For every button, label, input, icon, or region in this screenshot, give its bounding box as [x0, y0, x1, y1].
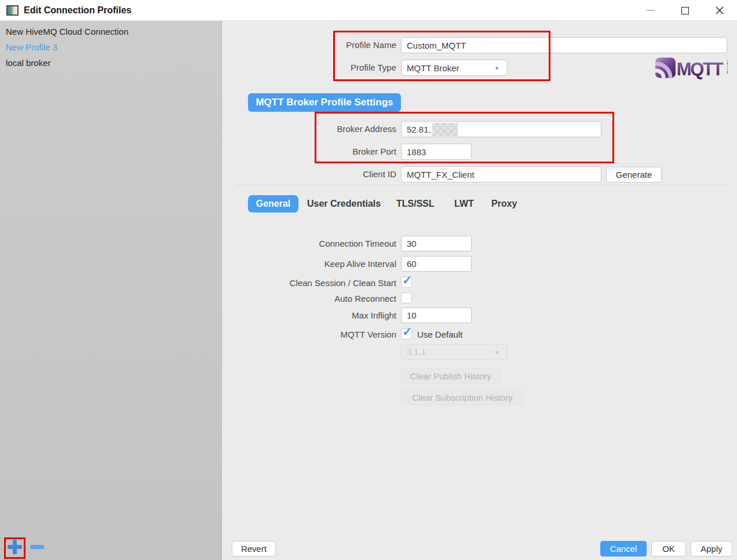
- logo-text: MQTT: [677, 59, 724, 79]
- profile-list-sidebar: New HiveMQ Cloud Connection New Profile …: [0, 21, 222, 560]
- minimize-button[interactable]: [633, 0, 667, 21]
- broker-port-input[interactable]: [401, 144, 472, 160]
- close-icon: [716, 6, 724, 14]
- profile-list-item-hivemq[interactable]: New HiveMQ Cloud Connection: [0, 24, 221, 39]
- app-icon: [6, 5, 19, 16]
- broker-address-value: 52.81.: [407, 125, 431, 134]
- remove-profile-button[interactable]: [30, 545, 44, 549]
- window-title: Edit Connection Profiles: [24, 0, 132, 20]
- tab-user-credentials[interactable]: User Credentials: [307, 195, 381, 213]
- mqtt-org-logo: MQTT .ORG: [655, 56, 728, 79]
- connection-timeout-input[interactable]: [401, 236, 472, 251]
- chevron-down-icon: ▼: [494, 350, 499, 356]
- broker-address-label: Broker Address: [222, 124, 396, 134]
- max-inflight-label: Max Inflight: [222, 310, 396, 320]
- keep-alive-label: Keep Alive Interval: [222, 259, 396, 269]
- mqtt-version-value: 3.1.1: [407, 347, 426, 357]
- maximize-icon: [681, 7, 689, 14]
- tab-tls-ssl[interactable]: TLS/SSL: [396, 195, 435, 213]
- ok-button[interactable]: OK: [651, 541, 686, 557]
- revert-button[interactable]: Revert: [232, 541, 276, 557]
- clear-publish-history-button: Clear Publish History: [401, 368, 501, 384]
- check-icon: ✓: [402, 325, 413, 339]
- cancel-button[interactable]: Cancel: [600, 541, 647, 557]
- clear-subscription-history-button: Clear Subscription History: [401, 390, 524, 405]
- apply-button[interactable]: Apply: [691, 541, 732, 557]
- mqtt-version-label: MQTT Version: [222, 330, 396, 339]
- window-controls: [633, 0, 737, 21]
- close-button[interactable]: [702, 0, 737, 21]
- broker-address-input[interactable]: 52.81.: [401, 121, 601, 137]
- profile-type-value: MQTT Broker: [407, 63, 459, 73]
- profile-list-actions: [0, 535, 221, 560]
- profile-type-dropdown[interactable]: MQTT Broker ▼: [401, 60, 508, 76]
- use-default-label: Use Default: [417, 330, 462, 339]
- client-id-label: Client ID: [222, 169, 396, 179]
- client-id-input[interactable]: [401, 166, 601, 182]
- clean-session-label: Clean Session / Clean Start: [222, 278, 396, 288]
- profile-editor-panel: Profile Name Profile Type MQTT Broker ▼: [222, 21, 737, 560]
- add-profile-button[interactable]: [8, 540, 22, 554]
- profile-name-input[interactable]: [401, 37, 727, 53]
- use-default-checkbox[interactable]: ✓: [401, 328, 412, 339]
- edit-connection-profiles-window: Edit Connection Profiles New HiveMQ Clou…: [0, 0, 737, 560]
- auto-reconnect-checkbox[interactable]: ✓: [401, 292, 412, 303]
- chevron-down-icon: ▼: [494, 65, 499, 71]
- clean-session-checkbox[interactable]: ✓: [401, 277, 412, 288]
- tab-proxy[interactable]: Proxy: [491, 195, 517, 213]
- connection-timeout-label: Connection Timeout: [222, 239, 396, 248]
- title-bar: Edit Connection Profiles: [0, 0, 737, 21]
- check-icon: ✓: [402, 273, 413, 287]
- redacted-pixelation-block: [432, 123, 458, 136]
- profile-type-label: Profile Type: [222, 63, 396, 72]
- maximize-button[interactable]: [667, 0, 702, 21]
- generate-client-id-button[interactable]: Generate: [606, 167, 662, 182]
- profile-list-item-new-profile-3[interactable]: New Profile 3: [0, 39, 221, 55]
- profile-list-item-local-broker[interactable]: local broker: [0, 55, 221, 71]
- minimize-icon: [646, 10, 655, 11]
- profile-name-label: Profile Name: [222, 40, 396, 50]
- broker-port-label: Broker Port: [222, 147, 396, 156]
- section-divider: [236, 185, 728, 185]
- auto-reconnect-label: Auto Reconnect: [222, 294, 396, 303]
- logo-suffix: .ORG: [726, 60, 728, 74]
- max-inflight-input[interactable]: [401, 308, 472, 323]
- tab-lwt[interactable]: LWT: [454, 195, 474, 213]
- tab-general[interactable]: General: [248, 195, 298, 213]
- mqtt-version-dropdown: 3.1.1 ▼: [401, 344, 508, 360]
- profile-list: New HiveMQ Cloud Connection New Profile …: [0, 21, 221, 71]
- keep-alive-input[interactable]: [401, 256, 472, 272]
- broker-settings-heading: MQTT Broker Profile Settings: [248, 93, 401, 112]
